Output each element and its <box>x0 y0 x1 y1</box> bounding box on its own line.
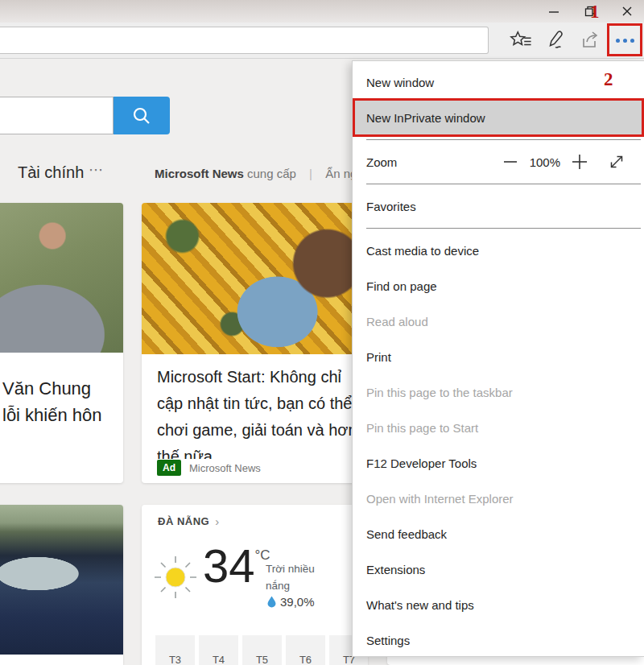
water-drop-icon <box>267 596 276 608</box>
zoom-label: Zoom <box>366 155 499 169</box>
menu-item-label: New InPrivate window <box>366 111 485 125</box>
browser-window: 1 <box>0 0 644 665</box>
forecast-day-t6[interactable]: T6 <box>286 635 325 665</box>
menu-item-print[interactable]: Print <box>353 339 644 374</box>
share-button[interactable] <box>574 24 606 56</box>
forecast-day-t3[interactable]: T3 <box>155 635 195 665</box>
menu-separator <box>366 139 641 140</box>
tab-finance[interactable]: Tài chính <box>18 163 84 182</box>
menu-item-find-on-page[interactable]: Find on page <box>353 268 644 304</box>
provider-suffix: cung cấp <box>247 167 296 180</box>
weather-card[interactable]: ĐÀ NẴNG › 34°C Trời nhiều nắng 39,0% T3 … <box>142 505 368 665</box>
plus-icon <box>571 153 588 171</box>
zoom-in-button[interactable] <box>568 150 591 174</box>
star-list-icon <box>510 30 532 51</box>
weather-location[interactable]: ĐÀ NẴNG › <box>158 514 220 528</box>
forecast-day-t5[interactable]: T5 <box>242 635 282 665</box>
fullscreen-icon <box>608 153 625 171</box>
article-image-car <box>0 505 123 655</box>
zoom-out-button[interactable] <box>499 150 522 174</box>
provider-line: Microsoft News cung cấp | Ẩn nguồn t <box>155 167 384 180</box>
zoom-value: 100% <box>530 155 560 169</box>
article-card-center[interactable]: Microsoft Start: Không chỉ cập nhật tin … <box>142 203 368 483</box>
browser-toolbar <box>0 23 644 59</box>
humidity: 39,0% <box>267 595 315 609</box>
menu-item-send-feedback[interactable]: Send feedback <box>353 516 644 551</box>
article-title: Microsoft Start: Không chỉ cập nhật tin … <box>157 364 360 459</box>
menu-item-zoom: Zoom 100% <box>353 144 644 180</box>
menu-item-pin-start: Pin this page to Start <box>353 410 644 445</box>
menu-item-extensions[interactable]: Extensions <box>353 551 644 587</box>
article-card-left[interactable]: Văn Chung lỗi khiến hôn <box>0 203 123 483</box>
close-button[interactable] <box>613 0 641 23</box>
ad-source: Microsoft News <box>189 462 261 474</box>
menu-item-f12-devtools[interactable]: F12 Developer Tools <box>353 445 644 481</box>
menu-separator <box>366 228 641 229</box>
more-actions-button[interactable] <box>609 24 641 56</box>
chevron-right-icon: › <box>215 514 220 528</box>
fullscreen-button[interactable] <box>605 150 628 174</box>
title-bar <box>0 0 644 23</box>
news-search-button[interactable] <box>114 97 170 134</box>
minimize-button[interactable] <box>540 0 568 23</box>
temperature: 34°C <box>203 539 270 593</box>
share-icon <box>579 30 601 51</box>
search-icon <box>132 106 151 126</box>
more-actions-menu: New window New InPrivate window Zoom 100… <box>352 60 644 657</box>
menu-item-new-window[interactable]: New window <box>353 64 644 100</box>
article-image-man <box>0 203 123 353</box>
article-image-leaves <box>142 203 368 354</box>
sunny-icon <box>151 553 200 601</box>
pen-icon <box>545 30 566 51</box>
close-icon <box>621 6 633 17</box>
menu-item-cast-media[interactable]: Cast media to device <box>353 233 644 268</box>
more-dots-icon <box>616 39 634 43</box>
annotation-step-1: 1 <box>590 2 600 23</box>
menu-item-new-inprivate-window[interactable]: New InPrivate window <box>353 100 644 135</box>
divider: | <box>309 167 312 180</box>
web-note-button[interactable] <box>539 24 572 56</box>
annotation-step-2: 2 <box>604 69 613 90</box>
menu-item-favorites[interactable]: Favorites <box>353 188 644 224</box>
forecast-day-t4[interactable]: T4 <box>199 635 238 665</box>
menu-item-open-with-ie: Open with Internet Explorer <box>353 481 644 516</box>
menu-item-pin-taskbar: Pin this page to the taskbar <box>353 374 644 410</box>
tab-more-icon[interactable]: ⋯ <box>89 161 105 179</box>
menu-item-read-aloud: Read aloud <box>353 304 644 339</box>
ad-attribution: Ad Microsoft News <box>157 460 261 476</box>
menu-item-settings[interactable]: Settings <box>353 622 644 658</box>
article-card-bottom[interactable] <box>0 505 123 665</box>
minus-icon <box>502 154 518 170</box>
minimize-icon <box>548 6 559 17</box>
menu-item-whats-new[interactable]: What's new and tips <box>353 587 644 622</box>
menu-separator <box>366 184 641 184</box>
address-bar[interactable] <box>0 27 489 54</box>
weather-condition: Trời nhiều nắng <box>266 560 315 594</box>
provider-name: Microsoft News <box>155 167 244 180</box>
news-search-input[interactable] <box>0 97 114 134</box>
ad-badge: Ad <box>157 460 181 476</box>
add-favorites-button[interactable] <box>505 24 537 56</box>
article-title: Văn Chung lỗi khiến hôn <box>2 375 118 428</box>
